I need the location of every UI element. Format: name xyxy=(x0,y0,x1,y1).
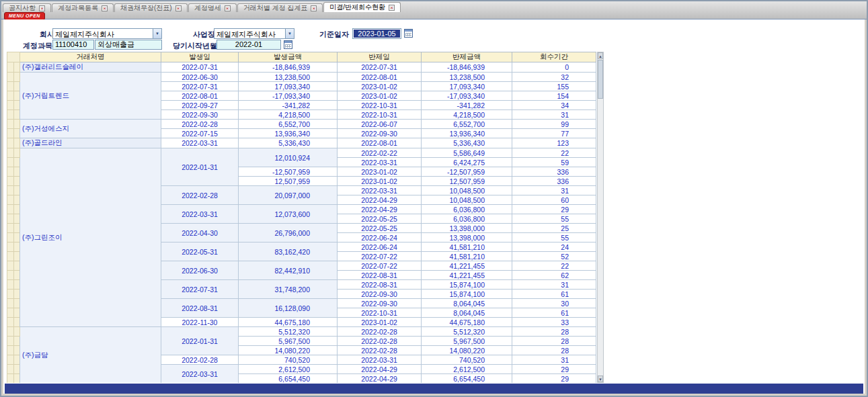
settle-date-cell[interactable]: 2022-05-25 xyxy=(338,224,422,233)
col-header-occur-date[interactable]: 발생일 xyxy=(161,52,239,62)
settle-amount-cell[interactable]: 5,586,649 xyxy=(422,148,512,158)
row-indicator-cell[interactable] xyxy=(14,205,20,214)
collection-days-cell[interactable]: 31 xyxy=(512,186,596,195)
row-indicator-cell[interactable] xyxy=(7,101,14,110)
vertical-scrollbar[interactable]: ▲ ▼ xyxy=(597,52,604,383)
occur-amount-cell[interactable]: 2,612,500 xyxy=(239,365,338,374)
row-indicator-cell[interactable] xyxy=(14,73,20,82)
site-dropdown-arrow-icon[interactable]: ▼ xyxy=(285,29,294,38)
settle-amount-cell[interactable]: 5,967,500 xyxy=(422,337,512,346)
row-indicator-cell[interactable] xyxy=(7,129,14,138)
collection-days-cell[interactable]: 31 xyxy=(512,355,596,365)
row-indicator-cell[interactable] xyxy=(14,327,20,337)
occur-date-cell[interactable]: 2022-06-30 xyxy=(161,73,239,82)
occur-date-cell[interactable]: 2022-06-30 xyxy=(161,261,239,280)
col-header-settle-date[interactable]: 반제일 xyxy=(338,52,422,62)
row-indicator-cell[interactable] xyxy=(14,120,20,129)
occur-date-cell[interactable]: 2022-07-15 xyxy=(161,129,239,138)
collection-days-cell[interactable]: 29 xyxy=(512,205,596,214)
settle-amount-cell[interactable]: 740,520 xyxy=(422,355,512,365)
row-indicator-cell[interactable] xyxy=(14,177,20,186)
collection-days-cell[interactable]: 22 xyxy=(512,148,596,158)
collection-days-cell[interactable]: 28 xyxy=(512,346,596,355)
occur-date-cell[interactable]: 2022-07-31 xyxy=(161,62,239,73)
collection-days-cell[interactable]: 61 xyxy=(512,308,596,318)
row-indicator-cell[interactable] xyxy=(7,318,14,327)
row-indicator-cell[interactable] xyxy=(7,355,14,365)
occur-amount-cell[interactable]: 5,967,500 xyxy=(239,337,338,346)
settle-amount-cell[interactable]: 41,581,210 xyxy=(422,242,512,252)
account-name-input[interactable]: 외상매출금 xyxy=(95,40,162,50)
row-indicator-cell[interactable] xyxy=(14,82,20,91)
occur-date-cell[interactable]: 2022-03-31 xyxy=(161,205,239,224)
table-row[interactable]: (주)거성에스지2022-02-286,552,7002022-06-076,5… xyxy=(7,120,596,129)
collection-days-cell[interactable]: 30 xyxy=(512,299,596,308)
row-indicator-cell[interactable] xyxy=(14,299,20,308)
row-indicator-cell[interactable] xyxy=(7,62,14,73)
row-indicator-cell[interactable] xyxy=(7,73,14,82)
collection-days-cell[interactable]: 25 xyxy=(512,224,596,233)
occur-amount-cell[interactable]: 4,218,500 xyxy=(239,110,338,120)
occur-amount-cell[interactable]: -12,507,959 xyxy=(239,167,338,177)
occur-date-cell[interactable]: 2022-01-31 xyxy=(161,148,239,186)
collection-days-cell[interactable]: 52 xyxy=(512,252,596,261)
settle-amount-cell[interactable]: 14,080,220 xyxy=(422,346,512,355)
settle-date-cell[interactable]: 2022-02-28 xyxy=(338,327,422,337)
occur-amount-cell[interactable]: 6,654,450 xyxy=(239,374,338,384)
collection-days-cell[interactable]: 99 xyxy=(512,120,596,129)
collection-days-cell[interactable]: 33 xyxy=(512,318,596,327)
settle-date-cell[interactable]: 2022-02-22 xyxy=(338,148,422,158)
settle-date-cell[interactable]: 2022-04-29 xyxy=(338,374,422,384)
col-header-occur-amount[interactable]: 발생금액 xyxy=(239,52,338,62)
settle-amount-cell[interactable]: 41,581,210 xyxy=(422,252,512,261)
company-select[interactable]: 제일제지주식회사 ▼ xyxy=(52,28,162,39)
occur-date-cell[interactable]: 2022-04-30 xyxy=(161,224,239,242)
row-indicator-cell[interactable] xyxy=(14,148,20,158)
table-row[interactable]: (주)그린조이2022-01-3112,010,9242022-02-225,5… xyxy=(7,148,596,158)
customer-cell[interactable]: (주)갤러리드슬레이 xyxy=(20,62,161,73)
occur-amount-cell[interactable]: -17,093,340 xyxy=(239,91,338,101)
tab-item[interactable]: 미결/반제회수현황× xyxy=(323,2,401,12)
settle-date-cell[interactable]: 2022-03-31 xyxy=(338,158,422,167)
settle-amount-cell[interactable]: 10,048,500 xyxy=(422,186,512,195)
row-indicator-cell[interactable] xyxy=(14,101,20,110)
col-header-customer[interactable]: 거래처명 xyxy=(20,52,161,62)
collection-days-cell[interactable]: 28 xyxy=(512,337,596,346)
occur-amount-cell[interactable]: 44,675,180 xyxy=(239,318,338,327)
row-indicator-cell[interactable] xyxy=(14,195,20,205)
settle-date-cell[interactable]: 2022-10-31 xyxy=(338,101,422,110)
row-indicator-cell[interactable] xyxy=(7,346,14,355)
occur-amount-cell[interactable]: 5,336,430 xyxy=(239,138,338,148)
row-indicator-cell[interactable] xyxy=(14,355,20,365)
row-indicator-cell[interactable] xyxy=(14,290,20,299)
settle-amount-cell[interactable]: 6,654,450 xyxy=(422,374,512,384)
occur-amount-cell[interactable]: 12,010,924 xyxy=(239,148,338,167)
row-indicator-cell[interactable] xyxy=(7,374,14,384)
settle-amount-cell[interactable]: 13,398,000 xyxy=(422,224,512,233)
tab-close-icon[interactable]: × xyxy=(102,5,108,11)
settle-amount-cell[interactable]: 8,064,045 xyxy=(422,308,512,318)
customer-cell[interactable]: (주)골드라인 xyxy=(20,138,161,148)
occur-amount-cell[interactable]: 13,936,340 xyxy=(239,129,338,138)
settle-date-cell[interactable]: 2022-03-31 xyxy=(338,355,422,365)
row-indicator-cell[interactable] xyxy=(7,82,14,91)
row-indicator-cell[interactable] xyxy=(14,224,20,233)
collection-days-cell[interactable]: 0 xyxy=(512,62,596,73)
row-indicator-cell[interactable] xyxy=(7,120,14,129)
settle-amount-cell[interactable]: -12,507,959 xyxy=(422,167,512,177)
collection-days-cell[interactable]: 61 xyxy=(512,290,596,299)
settle-date-cell[interactable]: 2022-02-28 xyxy=(338,346,422,355)
occur-amount-cell[interactable]: 12,507,959 xyxy=(239,177,338,186)
row-indicator-cell[interactable] xyxy=(14,365,20,374)
settle-date-cell[interactable]: 2022-09-30 xyxy=(338,290,422,299)
row-indicator-cell[interactable] xyxy=(7,337,14,346)
settle-amount-cell[interactable]: 2,612,500 xyxy=(422,365,512,374)
collection-days-cell[interactable]: 60 xyxy=(512,195,596,205)
row-indicator-cell[interactable] xyxy=(7,242,14,252)
customer-cell[interactable]: (주)거성에스지 xyxy=(20,120,161,138)
settle-amount-cell[interactable]: 8,064,045 xyxy=(422,299,512,308)
occur-amount-cell[interactable]: 16,128,090 xyxy=(239,299,338,318)
occur-date-cell[interactable]: 2022-08-01 xyxy=(161,91,239,101)
settle-date-cell[interactable]: 2022-04-29 xyxy=(338,365,422,374)
row-indicator-cell[interactable] xyxy=(14,271,20,280)
